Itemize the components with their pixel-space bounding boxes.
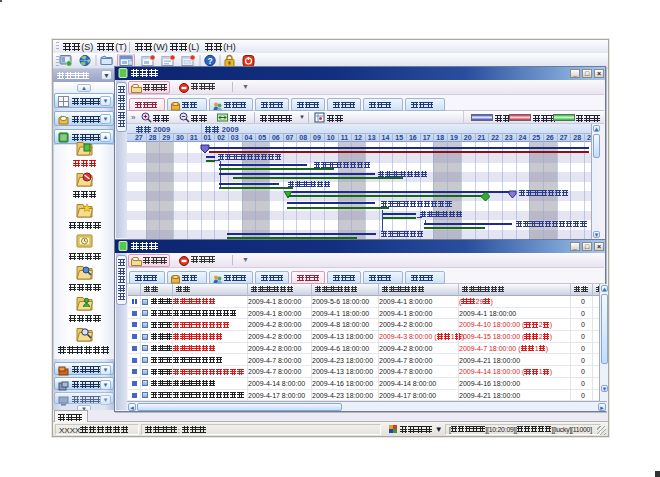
svg-text:?: ? [207,56,212,66]
